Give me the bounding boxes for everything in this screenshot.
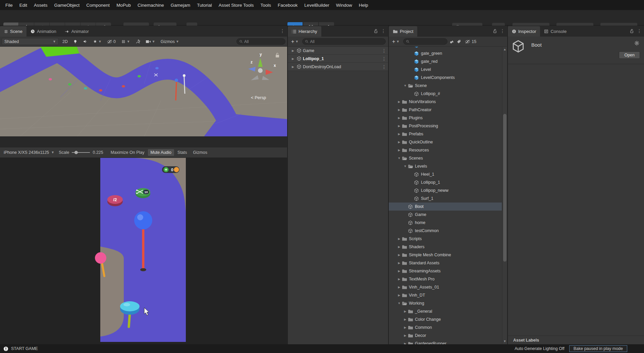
tree-row[interactable]: ▶Vinh_Assets_01 <box>389 283 502 291</box>
tree-row[interactable]: Game <box>389 211 502 219</box>
row-kebab-icon[interactable]: ⋮ <box>381 56 387 61</box>
scene-effects-dropdown[interactable]: ▼ <box>91 38 103 45</box>
menu-item-edit[interactable]: Edit <box>16 3 31 8</box>
tree-row[interactable]: ▶Standard Assets <box>389 259 502 267</box>
gizmos-dropdown[interactable]: Gizmos ▼ <box>159 38 181 45</box>
tab-scene[interactable]: Scene <box>0 26 26 37</box>
tree-row[interactable]: ▼Levels <box>389 162 502 170</box>
hierarchy-row[interactable]: ▶DontDestroyOnLoad⋮ <box>288 63 388 71</box>
tree-row[interactable]: ▶Color Change <box>389 315 502 323</box>
tree-row[interactable]: ▶PathCreator <box>389 106 502 114</box>
tree-row[interactable]: ▶Shaders <box>389 243 502 251</box>
tab-hierarchy[interactable]: Hierarchy <box>288 26 321 37</box>
disclosure-triangle-icon[interactable]: ▶ <box>403 342 408 344</box>
scrollbar-thumb[interactable] <box>503 114 506 262</box>
disclosure-triangle-icon[interactable]: ▶ <box>403 334 408 337</box>
tree-row[interactable]: LevelComponents <box>389 74 502 82</box>
scene-audio-toggle[interactable] <box>81 38 89 45</box>
hierarchy-search-input[interactable]: All <box>302 38 386 45</box>
tab-project[interactable]: Project <box>389 26 417 37</box>
bake-status[interactable]: Bake paused in play mode <box>569 345 627 352</box>
tree-row[interactable]: Lollipop_neww <box>389 186 502 194</box>
game-toolbar-maximize-on-play[interactable]: Maximize On Play <box>108 149 147 156</box>
project-search-input[interactable] <box>403 38 447 45</box>
hierarchy-row[interactable]: ▶Lollipop_1⋮ <box>288 55 388 63</box>
lock-icon[interactable] <box>374 29 378 33</box>
disclosure-triangle-icon[interactable]: ▶ <box>397 277 401 281</box>
draw-mode-dropdown[interactable]: Shaded ▼ <box>2 38 59 45</box>
disclosure-triangle-icon[interactable]: ▶ <box>397 261 401 265</box>
menu-item-assets[interactable]: Assets <box>31 3 51 8</box>
scale-slider-knob[interactable] <box>74 151 78 154</box>
menu-item-window[interactable]: Window <box>333 3 356 8</box>
tree-row[interactable]: ▶Prefabs <box>389 130 502 138</box>
disclosure-triangle-icon[interactable]: ▶ <box>397 294 401 297</box>
disclosure-triangle-icon[interactable]: ▶ <box>397 269 401 273</box>
disclosure-triangle-icon[interactable]: ▼ <box>403 84 408 87</box>
disclosure-triangle-icon[interactable]: ▶ <box>397 108 401 112</box>
disclosure-triangle-icon[interactable]: ▼ <box>403 165 408 168</box>
tree-row[interactable]: ▶GardenerRunner <box>389 340 502 344</box>
row-kebab-icon[interactable]: ⋮ <box>381 48 387 53</box>
tree-row[interactable]: ▶Decor <box>389 332 502 340</box>
inspector-menu-kebab-icon[interactable]: ⋮ <box>637 28 642 34</box>
disclosure-triangle-icon[interactable]: ▶ <box>292 49 297 52</box>
tree-row[interactable]: ▶Simple Mesh Combine <box>389 251 502 259</box>
tree-row[interactable]: Level <box>389 65 502 74</box>
tree-row[interactable]: Lollipop_# <box>389 90 502 98</box>
scene-tools-button[interactable] <box>134 38 142 45</box>
console-status-message[interactable]: START GAME <box>11 346 515 351</box>
tab-inspector[interactable]: Inspector <box>508 26 540 37</box>
scale-slider[interactable] <box>72 152 90 153</box>
menu-item-facebook[interactable]: Facebook <box>274 3 301 8</box>
tree-row[interactable]: testCommon <box>389 227 502 235</box>
tree-row[interactable]: ▶_General <box>389 307 502 315</box>
menu-item-tutorial[interactable]: Tutorial <box>194 3 215 8</box>
game-toolbar-gizmos[interactable]: Gizmos <box>191 149 210 156</box>
disclosure-triangle-icon[interactable]: ▶ <box>397 285 401 289</box>
menu-item-gameobject[interactable]: GameObject <box>51 3 83 8</box>
disclosure-triangle-icon[interactable]: ▶ <box>292 65 297 69</box>
disclosure-triangle-icon[interactable]: ▼ <box>397 302 401 305</box>
menu-item-cinemachine[interactable]: Cinemachine <box>134 3 167 8</box>
menu-item-help[interactable]: Help <box>356 3 372 8</box>
tree-row[interactable]: Boot <box>389 203 502 211</box>
row-kebab-icon[interactable]: ⋮ <box>381 64 387 70</box>
tree-row[interactable]: home <box>389 219 502 227</box>
tree-row[interactable]: ▶Plugins <box>389 114 502 122</box>
create-asset-button[interactable]: + ▼ <box>390 38 401 45</box>
menu-item-tools[interactable]: Tools <box>257 3 275 8</box>
scene-menu-kebab-icon[interactable]: ⋮ <box>280 28 285 34</box>
scroll-down-icon[interactable]: ▼ <box>502 340 507 343</box>
aspect-dropdown[interactable]: iPhone X/XS 2436x1125 ▼ <box>2 149 56 156</box>
scene-visibility-toggle[interactable]: 0 <box>105 38 117 45</box>
tree-row[interactable]: ▶NiceVibrations <box>389 98 502 106</box>
tree-row[interactable]: Lollipop_1 <box>389 178 502 186</box>
scene-lighting-toggle[interactable] <box>71 38 79 45</box>
lock-icon[interactable] <box>630 29 634 33</box>
menu-item-file[interactable]: File <box>2 3 16 8</box>
disclosure-triangle-icon[interactable]: ▶ <box>403 310 408 313</box>
menu-item-asset-store-tools[interactable]: Asset Store Tools <box>215 3 257 8</box>
scene-viewport[interactable]: y z x < Persp <box>0 47 287 136</box>
filter-by-type-icon[interactable] <box>449 39 454 44</box>
tab-animator[interactable]: Animator <box>60 26 93 37</box>
tree-row[interactable]: ▶Vinh_DT <box>389 291 502 299</box>
tree-row[interactable]: Surf_1 <box>389 194 502 203</box>
scroll-up-icon[interactable]: ▲ <box>502 48 507 51</box>
hierarchy-row[interactable]: ▶Game⋮ <box>288 47 388 55</box>
disclosure-triangle-icon[interactable]: ▶ <box>397 124 401 128</box>
scene-grid-dropdown[interactable]: ▼ <box>119 38 132 45</box>
tree-row[interactable] <box>389 47 502 49</box>
tree-row[interactable]: ▶PostProcessing <box>389 122 502 130</box>
2d-toggle[interactable]: 2D <box>61 38 69 45</box>
disclosure-triangle-icon[interactable]: ▶ <box>397 140 401 144</box>
disclosure-triangle-icon[interactable]: ▶ <box>397 116 401 120</box>
tree-row[interactable]: ▶StreamingAssets <box>389 267 502 275</box>
disclosure-triangle-icon[interactable]: ▶ <box>397 237 401 240</box>
tree-row[interactable]: ▼Working <box>389 299 502 307</box>
gear-icon[interactable] <box>634 41 639 46</box>
tree-row[interactable]: ▶Scripts <box>389 235 502 243</box>
project-scrollbar[interactable]: ▲ ▼ <box>502 47 507 344</box>
lock-icon[interactable] <box>493 29 497 33</box>
